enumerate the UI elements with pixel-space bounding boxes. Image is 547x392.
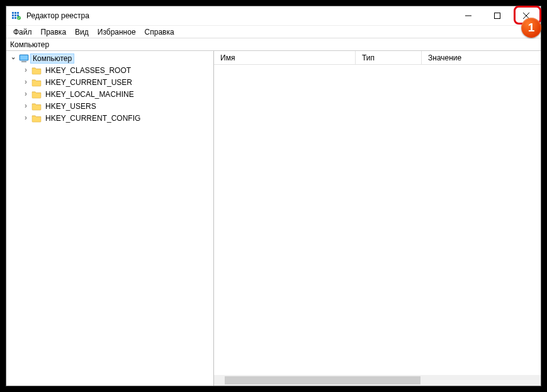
- svg-rect-2: [17, 12, 19, 14]
- column-header[interactable]: Значение: [422, 51, 535, 64]
- registry-values-list[interactable]: ИмяТипЗначение: [214, 51, 541, 386]
- expand-collapse-icon[interactable]: [21, 90, 30, 99]
- svg-rect-6: [12, 17, 14, 19]
- list-header: ИмяТипЗначение: [214, 51, 541, 65]
- menu-edit[interactable]: Правка: [37, 27, 71, 37]
- tree-label: HKEY_CURRENT_CONFIG: [43, 113, 143, 123]
- content-area: Компьютер HKEY_CLASSES_ROOTHKEY_CURRENT_…: [6, 51, 541, 386]
- tree-node-hkey_current_user[interactable]: HKEY_CURRENT_USER: [19, 76, 213, 88]
- scrollbar-thumb[interactable]: [225, 376, 420, 384]
- regedit-app-icon: [11, 11, 21, 21]
- close-button[interactable]: [512, 6, 541, 25]
- maximize-button[interactable]: [483, 6, 512, 25]
- minimize-button[interactable]: [454, 6, 483, 25]
- svg-rect-0: [12, 12, 14, 14]
- computer-icon: [19, 53, 29, 64]
- svg-rect-14: [20, 55, 28, 60]
- svg-rect-15: [21, 61, 26, 62]
- list-body[interactable]: [214, 65, 541, 386]
- svg-rect-4: [14, 14, 16, 16]
- column-header[interactable]: Тип: [356, 51, 422, 64]
- tree-node-computer[interactable]: Компьютер: [6, 52, 213, 64]
- folder-icon: [31, 101, 42, 111]
- expand-collapse-icon[interactable]: [21, 78, 30, 87]
- window-title: Редактор реестра: [26, 11, 454, 20]
- address-bar[interactable]: Компьютер: [6, 38, 541, 51]
- menubar: Файл Правка Вид Избранное Справка: [6, 26, 541, 38]
- tree-label: Компьютер: [30, 53, 74, 64]
- horizontal-scrollbar[interactable]: [214, 375, 541, 386]
- folder-icon: [31, 65, 42, 76]
- window-controls: [454, 6, 541, 25]
- tree-label: HKEY_USERS: [43, 101, 99, 111]
- menu-help[interactable]: Справка: [140, 27, 179, 37]
- tree-node-hkey_local_machine[interactable]: HKEY_LOCAL_MACHINE: [19, 88, 213, 100]
- expand-collapse-icon[interactable]: [21, 66, 30, 75]
- registry-editor-window: Редактор реестра Файл Правка: [6, 6, 541, 386]
- tree-node-hkey_users[interactable]: HKEY_USERS: [19, 100, 213, 112]
- titlebar[interactable]: Редактор реестра: [6, 6, 541, 26]
- folder-icon: [31, 77, 42, 87]
- tree-node-hkey_classes_root[interactable]: HKEY_CLASSES_ROOT: [19, 64, 213, 76]
- svg-rect-10: [495, 13, 500, 19]
- address-text: Компьютер: [10, 40, 49, 49]
- folder-icon: [31, 89, 42, 99]
- registry-tree[interactable]: Компьютер HKEY_CLASSES_ROOTHKEY_CURRENT_…: [6, 51, 214, 386]
- expand-collapse-icon[interactable]: [21, 102, 30, 111]
- tree-label: HKEY_LOCAL_MACHINE: [43, 89, 137, 99]
- column-header[interactable]: Имя: [214, 51, 356, 64]
- folder-icon: [31, 113, 42, 123]
- tree-node-hkey_current_config[interactable]: HKEY_CURRENT_CONFIG: [19, 112, 213, 124]
- menu-file[interactable]: Файл: [9, 27, 37, 37]
- svg-rect-3: [12, 14, 14, 16]
- expand-collapse-icon[interactable]: [9, 55, 18, 62]
- svg-rect-1: [14, 12, 16, 14]
- menu-view[interactable]: Вид: [70, 27, 93, 37]
- tree-label: HKEY_CURRENT_USER: [43, 77, 135, 87]
- expand-collapse-icon[interactable]: [21, 114, 30, 123]
- screenshot-frame: Редактор реестра Файл Правка: [0, 0, 547, 392]
- svg-rect-7: [14, 17, 16, 19]
- menu-favorites[interactable]: Избранное: [93, 27, 140, 37]
- tree-label: HKEY_CLASSES_ROOT: [43, 65, 133, 76]
